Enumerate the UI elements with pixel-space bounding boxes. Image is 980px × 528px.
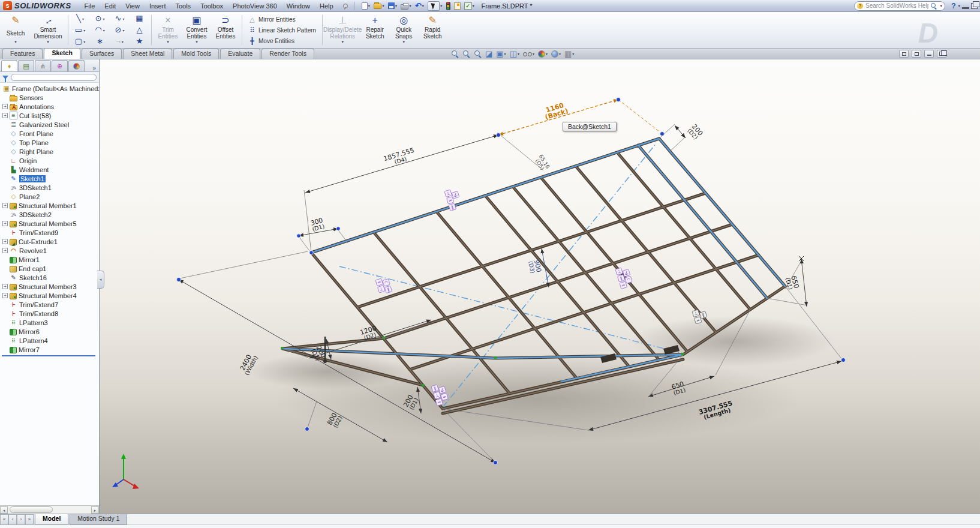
point-tool-button[interactable]: ∗ [90, 36, 110, 47]
options-button[interactable]: ✓▾ [463, 1, 476, 11]
zoom-to-fit-button[interactable] [451, 50, 459, 58]
spline-tool-button[interactable]: ∿▾ [110, 13, 130, 25]
ellipse-tool-button[interactable]: ⊘▾ [110, 25, 130, 36]
offset-entities-button[interactable]: ⊃ Offset Entities [211, 13, 240, 47]
circle-tool-button[interactable]: ⊙▾ [90, 13, 110, 25]
menu-file[interactable]: File [80, 1, 100, 11]
polygon-tool-button[interactable]: △ [130, 25, 149, 36]
tab-mold-tools[interactable]: Mold Tools [173, 49, 219, 59]
tree-item-trim-extend8[interactable]: Trim/Extend8 [0, 309, 99, 318]
tree-item-material[interactable]: Galvanized Steel [0, 120, 99, 129]
tree-item-trim-extend9[interactable]: Trim/Extend9 [0, 228, 99, 237]
tree-item-cut-extrude1[interactable]: +Cut-Extrude1 [0, 237, 99, 246]
tab-features[interactable]: Features [2, 49, 43, 59]
undo-button[interactable]: ↶▾ [414, 1, 425, 11]
panel-horizontal-scrollbar[interactable]: ◂ ▸ [0, 505, 99, 514]
edit-appearance-button[interactable]: ▾ [538, 50, 548, 58]
new-document-button[interactable]: ▾ [360, 1, 372, 11]
tree-item-weldment[interactable]: Weldment [0, 165, 99, 174]
filter-funnel-icon[interactable] [2, 76, 8, 79]
line-tool-button[interactable]: ╲▾ [70, 13, 90, 25]
tree-item-sketch1[interactable]: Sketch1 [0, 174, 99, 183]
tree-item-mirror1[interactable]: Mirror1 [0, 255, 99, 264]
property-manager-tab[interactable]: ▤ [18, 60, 34, 71]
dimension-d5[interactable]: 65.16(D5) [533, 154, 551, 173]
open-button[interactable]: ▾ [372, 1, 386, 11]
restore-button[interactable] [971, 3, 978, 9]
feature-tree-tab[interactable]: ♦ [1, 60, 17, 71]
minimize-button[interactable] [962, 7, 969, 9]
print-button[interactable]: ▾ [399, 1, 413, 11]
menu-photoview[interactable]: PhotoView 360 [228, 1, 282, 11]
fillet-tool-button[interactable]: ¬▾ [110, 36, 130, 47]
repair-sketch-button[interactable]: + Repair Sketch [360, 13, 389, 47]
tree-item-end-cap1[interactable]: End cap1 [0, 264, 99, 273]
panel-collapse-handle[interactable]: ◂ [97, 271, 104, 289]
tree-item-mirror7[interactable]: Mirror7 [0, 345, 99, 354]
dimension-d4[interactable]: 1857.555(D4) [305, 135, 498, 193]
star-tool-button[interactable]: ★ [130, 36, 149, 47]
tree-item-structural-member1[interactable]: +Structural Member1 [0, 201, 99, 210]
rollback-bar[interactable] [2, 355, 95, 356]
help-dropdown-icon[interactable]: ▾ [958, 4, 960, 8]
rebuild-button[interactable] [445, 1, 452, 11]
tab-surfaces[interactable]: Surfaces [82, 49, 122, 59]
tree-item-sensors[interactable]: Sensors [0, 93, 99, 102]
tree-item-origin[interactable]: Origin [0, 156, 99, 165]
rapid-sketch-button[interactable]: ✎ Rapid Sketch [418, 13, 447, 47]
tree-item-lpattern3[interactable]: LPattern3 [0, 318, 99, 327]
motion-study-tab[interactable]: Motion Study 1 [70, 514, 127, 525]
tree-item-revolve1[interactable]: +Revolve1 [0, 246, 99, 255]
doc-restore-2-button[interactable] [912, 50, 921, 58]
display-delete-relations-button[interactable]: ⊥ Display/Delete Relations ▾ [324, 13, 360, 47]
tree-item-top-plane[interactable]: Top Plane [0, 138, 99, 147]
help-button[interactable]: ? [951, 2, 955, 10]
display-manager-tab[interactable] [68, 60, 85, 71]
graphics-viewport[interactable]: 1857.555(D4) 1160(Back) 300(D1) 200(D2) [100, 59, 980, 514]
pin-menu-icon[interactable] [342, 3, 348, 9]
doc-minimize-button[interactable] [924, 50, 934, 58]
smart-dimension-button[interactable]: ↔ Smart Dimension ▾ [30, 13, 66, 47]
more-tabs-button[interactable]: » [91, 65, 98, 71]
tree-item-cut-list[interactable]: +Cut list(58) [0, 111, 99, 120]
chevron-down-icon[interactable]: ▾ [402, 40, 405, 44]
search-icon[interactable] [931, 3, 937, 9]
menu-tools[interactable]: Tools [170, 1, 196, 11]
move-entities-button[interactable]: ╋Move Entities [246, 37, 318, 46]
dimxpert-manager-tab[interactable]: ⊕ [52, 60, 68, 71]
tree-item-3dsketch2[interactable]: 3DSketch2 [0, 210, 99, 219]
sketch-button[interactable]: ✎ Sketch ▾ [1, 13, 30, 47]
section-view-button[interactable]: ◪ [485, 49, 492, 58]
tree-item-root[interactable]: Frame (Default<As Machined>< [0, 84, 99, 93]
linear-sketch-pattern-button[interactable]: ⠿Linear Sketch Pattern [246, 26, 318, 35]
chevron-down-icon[interactable]: ▾ [167, 40, 169, 44]
tree-item-mirror6[interactable]: Mirror6 [0, 327, 99, 336]
tree-item-annotations[interactable]: +Annotations [0, 102, 99, 111]
chevron-down-icon[interactable]: ▾ [341, 40, 344, 44]
chevron-down-icon[interactable]: ▾ [14, 40, 17, 44]
dimension-300[interactable]: 300(D1) [299, 216, 338, 236]
tree-item-sketch16[interactable]: Sketch16 [0, 273, 99, 282]
menu-help[interactable]: Help [315, 1, 338, 11]
previous-view-button[interactable] [474, 50, 482, 58]
mirror-entities-button[interactable]: △Mirror Entities [246, 15, 318, 24]
tab-render-tools[interactable]: Render Tools [261, 49, 314, 59]
display-style-button[interactable]: ◫▾ [510, 49, 519, 58]
sketch-pattern-button[interactable]: ▦ [130, 13, 149, 25]
model-tab[interactable]: Model [35, 514, 68, 525]
menu-edit[interactable]: Edit [100, 1, 121, 11]
file-properties-button[interactable] [453, 1, 462, 11]
scroll-right-arrow[interactable]: ▸ [91, 506, 99, 514]
save-button[interactable]: ▾ [387, 1, 399, 11]
search-dropdown-icon[interactable]: ▾ [940, 4, 942, 8]
apply-scene-button[interactable]: ▾ [551, 50, 561, 58]
hide-show-items-button[interactable]: ▾ [523, 52, 534, 56]
tree-item-trim-extend7[interactable]: Trim/Extend7 [0, 300, 99, 309]
tab-sketch[interactable]: Sketch [44, 48, 80, 59]
tree-item-structural-member3[interactable]: +Structural Member3 [0, 282, 99, 291]
tab-evaluate[interactable]: Evaluate [220, 49, 260, 59]
chevron-down-icon[interactable]: ▾ [196, 40, 198, 44]
configuration-manager-tab[interactable]: ⋔ [35, 60, 51, 71]
dimension-200-top[interactable]: 200(D2) [675, 123, 704, 141]
trim-entities-button[interactable]: × Trim Entities ▾ [154, 13, 182, 47]
